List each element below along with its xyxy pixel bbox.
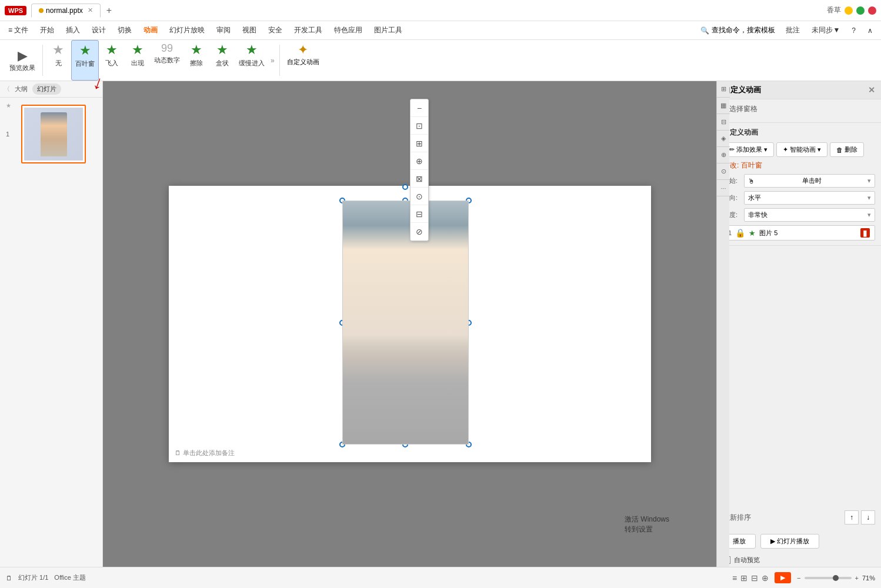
float-paste-button[interactable]: ⊟ bbox=[411, 205, 428, 223]
anim-appear-button[interactable]: ★ 出现 bbox=[125, 40, 151, 81]
menu-comment[interactable]: 批注 bbox=[780, 23, 806, 38]
anim-none-button[interactable]: ★ 无 bbox=[45, 40, 71, 81]
anim-blinds-button[interactable]: ★ 百叶窗 bbox=[71, 40, 99, 81]
anim-item-delete-button[interactable]: ▮ bbox=[860, 228, 870, 238]
menu-review[interactable]: 审阅 bbox=[211, 23, 236, 38]
menu-picture-tools[interactable]: 图片工具 bbox=[368, 23, 408, 38]
menu-transition[interactable]: 切换 bbox=[112, 23, 138, 38]
add-effect-button[interactable]: ✏ 添加效果 ▾ bbox=[723, 142, 774, 157]
person-image-bg bbox=[343, 201, 468, 444]
prop-start-select[interactable]: 🖱 单击时 ▾ bbox=[744, 174, 875, 188]
maximize-button[interactable] bbox=[856, 6, 865, 15]
menu-sync[interactable]: 未同步▼ bbox=[806, 23, 846, 38]
sidebar-icon-4[interactable]: ◈ bbox=[717, 131, 730, 147]
sidebar-icon-6[interactable]: ⊙ bbox=[717, 163, 730, 180]
add-effect-icon: ✏ bbox=[729, 146, 735, 153]
tab-modified-dot bbox=[39, 8, 44, 13]
reorder-section: 重新排序 ↑ ↓ bbox=[717, 506, 881, 529]
zoom-slider[interactable] bbox=[805, 577, 852, 579]
anim-slow-enter-button[interactable]: ★ 缓慢进入 bbox=[235, 40, 268, 81]
menu-search[interactable]: 🔍 查找命令，搜索模板 bbox=[696, 25, 780, 35]
add-tab-button[interactable]: + bbox=[102, 3, 116, 18]
zoom-in-icon[interactable]: + bbox=[855, 574, 859, 582]
menu-home[interactable]: 开始 bbox=[34, 23, 60, 38]
right-panel-spacer bbox=[717, 246, 881, 506]
right-sidebar-icons: ⊞ ▦ ⊟ ◈ ⊕ ⊙ ··· bbox=[716, 81, 729, 567]
slide-note-placeholder[interactable]: 🗒 单击此处添加备注 bbox=[175, 449, 235, 457]
select-pane-section: ■ 选择窗格 bbox=[717, 99, 881, 123]
close-button[interactable] bbox=[868, 6, 876, 15]
delete-anim-button[interactable]: 🗑 删除 bbox=[830, 142, 864, 157]
activate-line2: 转到设置 bbox=[625, 524, 669, 534]
anim-box-button[interactable]: ★ 盒状 bbox=[209, 40, 235, 81]
tab-filename: normal.pptx bbox=[46, 6, 83, 15]
smart-anim-button[interactable]: ✦ 智能动画 ▾ bbox=[776, 142, 827, 157]
status-icon-view[interactable]: ⊕ bbox=[762, 573, 769, 583]
zoom-out-icon[interactable]: − bbox=[797, 574, 800, 582]
status-icon-grid[interactable]: ⊞ bbox=[740, 573, 747, 583]
anim-wipe-label: 擦除 bbox=[190, 59, 203, 68]
anim-fly-button[interactable]: ★ 飞入 bbox=[99, 40, 125, 81]
anim-number-icon: 99 bbox=[161, 42, 173, 55]
tab-close-icon[interactable]: ✕ bbox=[88, 6, 93, 14]
float-crop-button[interactable]: ⊡ bbox=[411, 117, 428, 135]
prop-speed-select[interactable]: 非常快 ▾ bbox=[744, 208, 875, 222]
status-icon-outline[interactable]: ⊟ bbox=[751, 573, 758, 583]
sidebar-icon-5[interactable]: ⊕ bbox=[717, 147, 730, 163]
sidebar-icon-3[interactable]: ⊟ bbox=[717, 114, 730, 131]
reorder-up-button[interactable]: ↑ bbox=[845, 510, 859, 524]
auto-preview-label: 自动预览 bbox=[734, 556, 760, 564]
ribbon-separator-1 bbox=[42, 45, 43, 76]
sidebar-icon-7[interactable]: ··· bbox=[717, 180, 730, 196]
menu-file[interactable]: ≡ 文件 bbox=[2, 23, 34, 38]
thumb-image bbox=[24, 108, 83, 161]
prop-speed-value: 非常快 bbox=[748, 211, 767, 219]
menu-animation[interactable]: 动画 bbox=[138, 23, 163, 38]
slide-thumbnail[interactable] bbox=[21, 105, 86, 163]
float-zoom-button[interactable]: ⊕ bbox=[411, 152, 428, 170]
minimize-button[interactable] bbox=[845, 6, 853, 15]
float-edit-button[interactable]: ⊘ bbox=[411, 223, 428, 240]
float-grid-button[interactable]: ⊞ bbox=[411, 135, 428, 152]
menu-design[interactable]: 设计 bbox=[86, 23, 112, 38]
prop-direction-select[interactable]: 水平 ▾ bbox=[744, 191, 875, 205]
slideshow-button[interactable]: ▶ 幻灯片播放 bbox=[760, 534, 819, 549]
delete-anim-icon: 🗑 bbox=[836, 146, 843, 153]
anim-number-button[interactable]: 99 动态数字 bbox=[151, 40, 183, 81]
custom-anim-icon: ✦ bbox=[298, 42, 308, 58]
sidebar-icon-2[interactable]: ▦ bbox=[717, 98, 730, 114]
wps-logo[interactable]: WPS bbox=[5, 6, 26, 15]
menu-help[interactable]: ? bbox=[846, 24, 862, 37]
slide-star-icon: ★ bbox=[6, 102, 11, 109]
file-tab[interactable]: normal.pptx ✕ bbox=[31, 4, 101, 18]
status-icon-list[interactable]: ≡ bbox=[732, 573, 737, 583]
note-icon: 🗒 bbox=[175, 449, 181, 456]
rotate-handle[interactable] bbox=[402, 184, 408, 190]
selected-image-container[interactable]: 1 bbox=[342, 201, 469, 445]
right-panel-close-button[interactable]: ✕ bbox=[868, 85, 875, 95]
float-transform-button[interactable]: ⊠ bbox=[411, 170, 428, 188]
float-copy-button[interactable]: ⊙ bbox=[411, 188, 428, 205]
slides-tab[interactable]: 幻灯片 bbox=[32, 83, 61, 95]
prop-speed-row: 速度: 非常快 ▾ bbox=[723, 208, 875, 222]
preview-icon: ▶ bbox=[18, 48, 28, 64]
play-slide-button[interactable]: ▶ bbox=[775, 572, 791, 583]
anim-fly-icon: ★ bbox=[106, 42, 118, 58]
menu-collapse[interactable]: ∧ bbox=[862, 24, 879, 37]
float-minus-button[interactable]: − bbox=[411, 99, 428, 117]
anim-appear-label: 出现 bbox=[131, 59, 144, 68]
anim-wipe-button[interactable]: ★ 擦除 bbox=[183, 40, 209, 81]
outline-tab[interactable]: 大纲 bbox=[12, 83, 30, 95]
reorder-down-button[interactable]: ↓ bbox=[861, 510, 875, 524]
menu-developer[interactable]: 开发工具 bbox=[288, 23, 328, 38]
menu-slideshow[interactable]: 幻灯片放映 bbox=[163, 23, 211, 38]
panel-collapse-button[interactable]: 〈 bbox=[4, 85, 10, 93]
ribbon-more-button[interactable]: » bbox=[268, 54, 277, 67]
custom-animation-button[interactable]: ✦ 自定义动画 bbox=[282, 40, 324, 81]
menu-view[interactable]: 视图 bbox=[236, 23, 262, 38]
menu-special[interactable]: 特色应用 bbox=[328, 23, 368, 38]
menu-security[interactable]: 安全 bbox=[262, 23, 288, 38]
preview-button[interactable]: ▶ 预览效果 bbox=[5, 40, 40, 81]
menu-insert[interactable]: 插入 bbox=[60, 23, 86, 38]
sidebar-icon-1[interactable]: ⊞ bbox=[717, 81, 730, 98]
